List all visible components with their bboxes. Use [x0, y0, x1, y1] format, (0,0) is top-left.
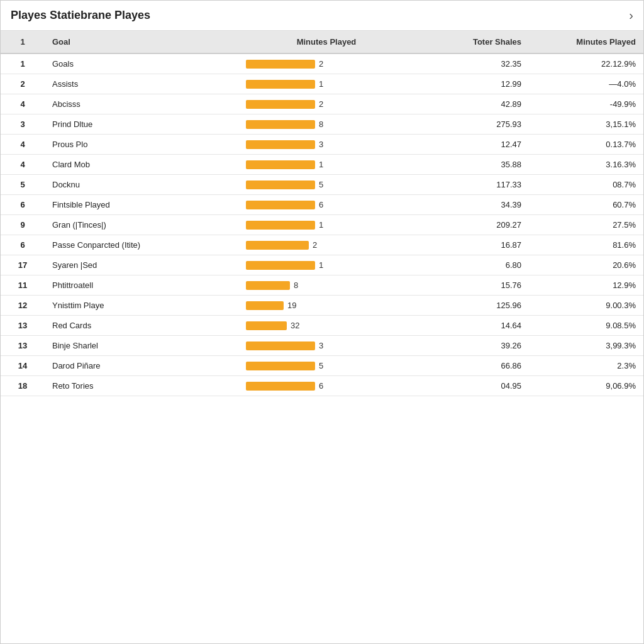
col-minutes-played: Minutes Played — [238, 31, 414, 53]
cell-toter: 16.87 — [414, 235, 529, 255]
bar-value: 6 — [319, 200, 331, 209]
bar-fill — [246, 362, 315, 370]
bar-fill — [246, 60, 315, 69]
cell-label: Passe Conparcted (Itite) — [45, 235, 238, 255]
table-wrapper: 1 Goal Minutes Played Toter Shales Minut… — [1, 31, 643, 396]
cell-minutes: 20.6% — [529, 255, 643, 275]
cell-label: Clard Mob — [45, 155, 238, 175]
cell-rank: 11 — [1, 275, 45, 296]
cell-rank: 12 — [1, 296, 45, 316]
cell-minutes: 2.3% — [529, 356, 643, 376]
cell-toter: 6.80 — [414, 255, 529, 275]
cell-bar: 1 — [238, 255, 414, 275]
cell-rank: 13 — [1, 336, 45, 356]
cell-toter: 66.86 — [414, 356, 529, 376]
table-row: 18Reto Tories604.959,06.9% — [1, 376, 643, 396]
cell-bar: 6 — [238, 195, 414, 215]
bar-value: 1 — [319, 220, 331, 230]
cell-rank: 2 — [1, 74, 45, 94]
cell-bar: 3 — [238, 336, 414, 356]
bar-fill — [246, 261, 315, 270]
chevron-right-icon[interactable]: › — [629, 8, 633, 23]
cell-label: Darod Piñare — [45, 356, 238, 376]
cell-label: Goals — [45, 53, 238, 74]
bar-fill — [246, 201, 315, 209]
cell-bar: 5 — [238, 356, 414, 376]
bar-value: 8 — [294, 280, 306, 290]
cell-label: Prous Plo — [45, 135, 238, 155]
bar-value: 19 — [287, 301, 300, 310]
bar-value: 2 — [319, 99, 331, 109]
col-toter-shales: Toter Shales — [414, 31, 529, 53]
table-row: 6Fintsible Played634.3960.7% — [1, 195, 643, 215]
bar-fill — [246, 160, 315, 169]
cell-rank: 4 — [1, 155, 45, 175]
cell-bar: 2 — [238, 235, 414, 255]
bar-fill — [246, 100, 315, 109]
bar-value: 1 — [319, 260, 331, 270]
table-row: 12Ynisttim Playe19125.969.00.3% — [1, 296, 643, 316]
cell-bar: 5 — [238, 175, 414, 195]
bar-fill — [246, 80, 315, 89]
cell-label: Red Cards — [45, 316, 238, 336]
bar-fill — [246, 382, 315, 391]
cell-label: Docknu — [45, 175, 238, 195]
table-row: 1Goals232.3522.12.9% — [1, 53, 643, 74]
table-row: 3Prind Dltue8275.933,15.1% — [1, 114, 643, 135]
table-body: 1Goals232.3522.12.9%2Assists112.99—4.0%4… — [1, 53, 643, 396]
cell-minutes: 81.6% — [529, 235, 643, 255]
cell-minutes: 9,06.9% — [529, 376, 643, 396]
bar-fill — [246, 180, 315, 189]
stats-table: 1 Goal Minutes Played Toter Shales Minut… — [1, 31, 643, 396]
bar-value: 1 — [319, 160, 331, 169]
cell-bar: 19 — [238, 296, 414, 316]
cell-toter: 15.76 — [414, 275, 529, 296]
cell-toter: 275.93 — [414, 114, 529, 135]
col-goal: Goal — [45, 31, 238, 53]
table-row: 13Red Cards3214.649.08.5% — [1, 316, 643, 336]
bar-value: 32 — [291, 321, 303, 330]
cell-rank: 5 — [1, 175, 45, 195]
bar-fill — [246, 301, 284, 310]
cell-bar: 8 — [238, 275, 414, 296]
cell-minutes: 3,99.3% — [529, 336, 643, 356]
cell-bar: 6 — [238, 376, 414, 396]
table-row: 4Prous Plo312.470.13.7% — [1, 135, 643, 155]
cell-rank: 18 — [1, 376, 45, 396]
table-row: 2Assists112.99—4.0% — [1, 74, 643, 94]
table-row: 17Syaren |Sed16.8020.6% — [1, 255, 643, 275]
main-container: Playes Statiebrane Playes › 1 Goal Minut… — [0, 0, 644, 644]
cell-minutes: 12.9% — [529, 275, 643, 296]
cell-rank: 6 — [1, 195, 45, 215]
bar-value: 2 — [313, 240, 325, 250]
cell-label: Ynisttim Playe — [45, 296, 238, 316]
cell-toter: 35.88 — [414, 155, 529, 175]
cell-toter: 12.47 — [414, 135, 529, 155]
table-row: 4Clard Mob135.883.16.3% — [1, 155, 643, 175]
table-row: 5Docknu5117.3308.7% — [1, 175, 643, 195]
table-header-row: 1 Goal Minutes Played Toter Shales Minut… — [1, 31, 643, 53]
cell-rank: 9 — [1, 215, 45, 235]
cell-label: Reto Tories — [45, 376, 238, 396]
cell-rank: 6 — [1, 235, 45, 255]
cell-rank: 3 — [1, 114, 45, 135]
cell-label: Phtittroatell — [45, 275, 238, 296]
cell-bar: 2 — [238, 53, 414, 74]
col-rank: 1 — [1, 31, 45, 53]
cell-bar: 1 — [238, 74, 414, 94]
bar-fill — [246, 140, 315, 149]
table-row: 9Gran (|Tinces|)1209.2727.5% — [1, 215, 643, 235]
cell-minutes: —4.0% — [529, 74, 643, 94]
cell-minutes: 3.16.3% — [529, 155, 643, 175]
cell-bar: 1 — [238, 155, 414, 175]
table-row: 14Darod Piñare566.862.3% — [1, 356, 643, 376]
col-minutes-played2: Minutes Played — [529, 31, 643, 53]
cell-toter: 14.64 — [414, 316, 529, 336]
bar-fill — [246, 281, 290, 290]
cell-minutes: 60.7% — [529, 195, 643, 215]
cell-toter: 04.95 — [414, 376, 529, 396]
cell-bar: 2 — [238, 94, 414, 114]
bar-value: 5 — [319, 180, 331, 189]
cell-minutes: 3,15.1% — [529, 114, 643, 135]
cell-toter: 32.35 — [414, 53, 529, 74]
